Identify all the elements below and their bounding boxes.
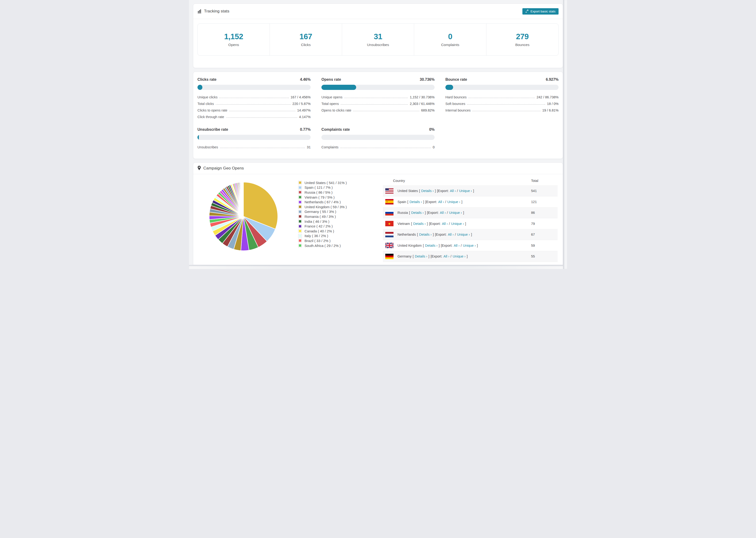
page-scrollbar-rail[interactable] (563, 0, 567, 269)
country-cell: Netherlands [Details ›] [Export: All › /… (383, 232, 531, 237)
export-all-link[interactable]: All › (450, 189, 456, 193)
export-all-link[interactable]: All › (454, 243, 459, 247)
stat-label: Complaints (441, 43, 459, 47)
export-all-link[interactable]: All › (444, 254, 449, 258)
slash: / (460, 243, 461, 247)
export-all-link[interactable]: All › (448, 233, 454, 237)
geo-table-row-vietnam: ★ Vietnam [Details ›] [Export: All › / U… (383, 218, 558, 229)
rate-row-value: 4.147% (299, 115, 311, 119)
export-basic-stats-button[interactable]: Export basic stats (522, 8, 559, 15)
legend-label: Romania ( 49 / 3% ) (304, 215, 336, 219)
legend-item-netherlands: Netherlands ( 67 / 4% ) (298, 199, 347, 204)
country-name: Netherlands (398, 233, 416, 237)
export-unique-link[interactable]: Unique › (453, 254, 465, 258)
legend-label: Brazil ( 33 / 2% ) (304, 239, 331, 243)
total-cell: 541 (531, 189, 558, 193)
total-cell: 55 (531, 254, 558, 258)
country-name: Vietnam (398, 222, 410, 226)
progress-bar-track (197, 135, 311, 140)
rate-row-label: Complaints (321, 145, 339, 149)
slash: / (455, 233, 456, 237)
stat-label: Clicks (301, 43, 311, 47)
rate-row: Unsubscribes 31 (197, 143, 311, 150)
export-unique-link[interactable]: Unique › (447, 200, 460, 204)
details-link[interactable]: Details › (421, 189, 434, 193)
country-name: United States (398, 189, 418, 193)
details-link[interactable]: Details › (413, 222, 426, 226)
geo-title: Campaign Geo Opens (203, 166, 244, 171)
legend-swatch (298, 239, 302, 242)
details-link[interactable]: Details › (409, 200, 422, 204)
rate-row: Opens to clicks rate 689.82% (321, 106, 435, 113)
rate-row-value: 242 / 86.738% (536, 95, 559, 99)
legend-item-russia: Russia ( 86 / 5% ) (298, 190, 347, 195)
export-all-link[interactable]: All › (440, 211, 446, 215)
geo-table: Country Total United States [Details ›] … (383, 176, 558, 262)
legend-swatch (298, 225, 302, 228)
export-unique-link[interactable]: Unique › (463, 243, 476, 247)
export-button-label: Export basic stats (530, 10, 556, 13)
stat-value: 0 (448, 32, 452, 41)
stat-value: 167 (299, 32, 312, 41)
export-unique-link[interactable]: Unique › (451, 222, 464, 226)
details-link[interactable]: Details › (411, 211, 423, 215)
rates-grid: Clicks rate 4.46% Unique clicks 167 / 4.… (197, 78, 559, 150)
bracket: ] (435, 189, 436, 193)
export-all-link[interactable]: All › (438, 200, 444, 204)
flag-icon-vn: ★ (385, 221, 394, 226)
export-unique-link[interactable]: Unique › (457, 233, 470, 237)
dotted-leader (219, 98, 289, 98)
rate-row-label: Opens to clicks rate (321, 108, 351, 112)
rate-row-label: Unique opens (321, 95, 343, 99)
legend-item-south-africa: South Africa ( 29 / 2% ) (298, 243, 347, 248)
rate-value: 4.46% (300, 78, 311, 82)
rate-section-clicks-rate: Clicks rate 4.46% Unique clicks 167 / 4.… (197, 78, 311, 120)
dotted-leader (226, 117, 297, 118)
legend-item-germany: Germany ( 55 / 3% ) (298, 209, 347, 214)
page-title: Tracking stats (204, 9, 229, 14)
progress-bar-fill (321, 85, 356, 90)
stat-label: Unsubscribes (367, 43, 389, 47)
bar-chart-icon (197, 9, 202, 13)
geo-table-row-united-states: United States [Details ›] [Export: All ›… (383, 186, 558, 196)
campaign-geo-opens-card: Campaign Geo Opens United States ( 541 /… (193, 162, 563, 265)
country-cell: United Kingdom [Details ›] [Export: All … (383, 243, 531, 248)
rate-head: Unsubscribe rate 0.77% (197, 128, 311, 132)
flag-icon-es (385, 199, 394, 204)
legend-item-france: France ( 42 / 2% ) (298, 224, 347, 229)
bracket: ] (425, 211, 426, 215)
legend-swatch (298, 244, 302, 247)
details-link[interactable]: Details › (415, 254, 427, 258)
rate-row: Unique opens 1,152 / 30.736% (321, 93, 435, 100)
export-all-link[interactable]: All › (442, 222, 448, 226)
slash: / (447, 211, 448, 215)
export-icon (525, 10, 529, 13)
progress-bar-track (321, 85, 435, 90)
legend-swatch (298, 186, 302, 189)
export-unique-link[interactable]: Unique › (449, 211, 462, 215)
progress-bar-fill (197, 135, 199, 140)
rate-section-bounce-rate: Bounce rate 6.927% Hard bounces 242 / 86… (445, 78, 559, 120)
bottom-scroll-band[interactable] (189, 265, 567, 269)
total-cell: 67 (531, 233, 558, 237)
legend-swatch (298, 210, 302, 213)
rate-row-value: 689.82% (421, 108, 435, 112)
details-link[interactable]: Details › (425, 243, 437, 247)
stat-cell-unsubscribes: 31 Unsubscribes (342, 24, 414, 55)
export-unique-link[interactable]: Unique › (459, 189, 472, 193)
legend-swatch (298, 234, 302, 238)
details-link[interactable]: Details › (419, 233, 432, 237)
rate-head: Complaints rate 0% (321, 128, 435, 132)
bracket: ] (428, 254, 429, 258)
rate-head: Opens rate 30.736% (321, 78, 435, 82)
tracking-stats-page: Tracking stats Export basic stats 1,152 … (189, 0, 567, 269)
legend-item-united-kingdom: United Kingdom ( 59 / 3% ) (298, 204, 347, 209)
rate-row-label: Soft bounces (445, 102, 465, 106)
progress-bar-track (197, 85, 311, 90)
rate-row: Hard bounces 242 / 86.738% (445, 93, 559, 100)
legend-item-united-states: United States ( 541 / 31% ) (298, 180, 347, 185)
rate-row-label: Total opens (321, 102, 339, 106)
rate-row: Unique clicks 167 / 4.456% (197, 93, 311, 100)
rate-row: Total opens 2,303 / 61.446% (321, 100, 435, 106)
legend-label: Italy ( 36 / 2% ) (304, 234, 328, 238)
